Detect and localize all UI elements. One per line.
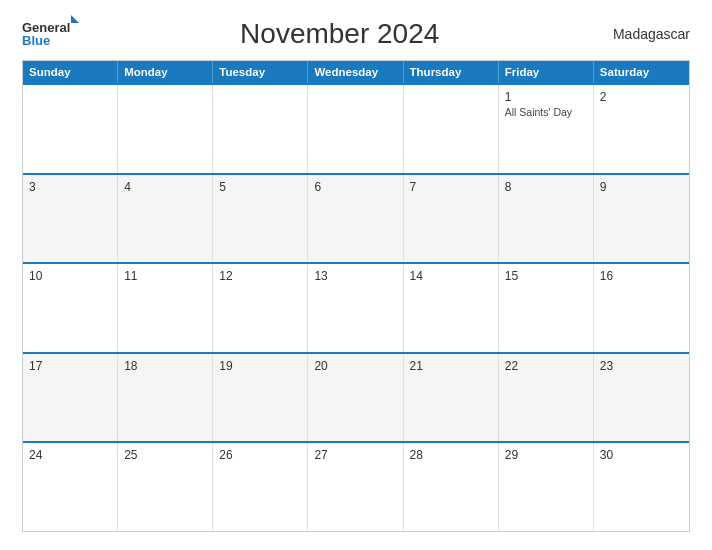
- calendar-cell: 21: [404, 354, 499, 442]
- month-title: November 2024: [79, 18, 600, 50]
- calendar-cell: 4: [118, 175, 213, 263]
- logo-blue: Blue: [22, 34, 50, 47]
- calendar-cell: 13: [308, 264, 403, 352]
- day-number: 5: [219, 180, 301, 194]
- logo: General Blue: [22, 21, 79, 47]
- calendar-cell: [118, 85, 213, 173]
- calendar-week-5: 24252627282930: [23, 441, 689, 531]
- calendar-cell: 7: [404, 175, 499, 263]
- calendar-cell: 20: [308, 354, 403, 442]
- calendar-cell: 19: [213, 354, 308, 442]
- calendar-cell: 24: [23, 443, 118, 531]
- day-number: 13: [314, 269, 396, 283]
- day-number: 29: [505, 448, 587, 462]
- logo-triangle-icon: [71, 15, 79, 23]
- calendar-cell: 3: [23, 175, 118, 263]
- day-number: 27: [314, 448, 396, 462]
- day-event: All Saints' Day: [505, 106, 587, 120]
- calendar-cell: 15: [499, 264, 594, 352]
- day-number: 9: [600, 180, 683, 194]
- calendar-week-2: 3456789: [23, 173, 689, 263]
- calendar-cell: 25: [118, 443, 213, 531]
- calendar-week-3: 10111213141516: [23, 262, 689, 352]
- calendar-week-4: 17181920212223: [23, 352, 689, 442]
- calendar-cell: 9: [594, 175, 689, 263]
- calendar-cell: 29: [499, 443, 594, 531]
- header-day-monday: Monday: [118, 61, 213, 83]
- calendar-cell: [213, 85, 308, 173]
- calendar-cell: 16: [594, 264, 689, 352]
- day-number: 7: [410, 180, 492, 194]
- calendar-cell: [404, 85, 499, 173]
- calendar-cell: 28: [404, 443, 499, 531]
- calendar-cell: 18: [118, 354, 213, 442]
- header-day-tuesday: Tuesday: [213, 61, 308, 83]
- day-number: 12: [219, 269, 301, 283]
- day-number: 20: [314, 359, 396, 373]
- day-number: 19: [219, 359, 301, 373]
- header-day-thursday: Thursday: [404, 61, 499, 83]
- day-number: 2: [600, 90, 683, 104]
- calendar-cell: 17: [23, 354, 118, 442]
- calendar: SundayMondayTuesdayWednesdayThursdayFrid…: [22, 60, 690, 532]
- day-number: 16: [600, 269, 683, 283]
- day-number: 3: [29, 180, 111, 194]
- day-number: 11: [124, 269, 206, 283]
- calendar-cell: 23: [594, 354, 689, 442]
- calendar-cell: 14: [404, 264, 499, 352]
- day-number: 23: [600, 359, 683, 373]
- calendar-cell: 27: [308, 443, 403, 531]
- calendar-cell: [23, 85, 118, 173]
- day-number: 26: [219, 448, 301, 462]
- calendar-cell: 6: [308, 175, 403, 263]
- day-number: 4: [124, 180, 206, 194]
- country-label: Madagascar: [600, 26, 690, 42]
- header-day-saturday: Saturday: [594, 61, 689, 83]
- calendar-cell: 5: [213, 175, 308, 263]
- header-day-friday: Friday: [499, 61, 594, 83]
- day-number: 8: [505, 180, 587, 194]
- day-number: 10: [29, 269, 111, 283]
- day-number: 6: [314, 180, 396, 194]
- day-number: 14: [410, 269, 492, 283]
- calendar-cell: 2: [594, 85, 689, 173]
- calendar-cell: [308, 85, 403, 173]
- calendar-cell: 12: [213, 264, 308, 352]
- day-number: 24: [29, 448, 111, 462]
- day-number: 25: [124, 448, 206, 462]
- calendar-page: General Blue November 2024 Madagascar Su…: [0, 0, 712, 550]
- day-number: 22: [505, 359, 587, 373]
- header-day-sunday: Sunday: [23, 61, 118, 83]
- calendar-cell: 1All Saints' Day: [499, 85, 594, 173]
- calendar-cell: 10: [23, 264, 118, 352]
- calendar-cell: 8: [499, 175, 594, 263]
- calendar-cell: 11: [118, 264, 213, 352]
- day-number: 1: [505, 90, 587, 104]
- calendar-week-1: 1All Saints' Day2: [23, 83, 689, 173]
- day-number: 28: [410, 448, 492, 462]
- calendar-header-row: SundayMondayTuesdayWednesdayThursdayFrid…: [23, 61, 689, 83]
- day-number: 18: [124, 359, 206, 373]
- day-number: 21: [410, 359, 492, 373]
- calendar-cell: 26: [213, 443, 308, 531]
- day-number: 17: [29, 359, 111, 373]
- day-number: 30: [600, 448, 683, 462]
- calendar-cell: 22: [499, 354, 594, 442]
- day-number: 15: [505, 269, 587, 283]
- header: General Blue November 2024 Madagascar: [22, 18, 690, 50]
- header-day-wednesday: Wednesday: [308, 61, 403, 83]
- calendar-cell: 30: [594, 443, 689, 531]
